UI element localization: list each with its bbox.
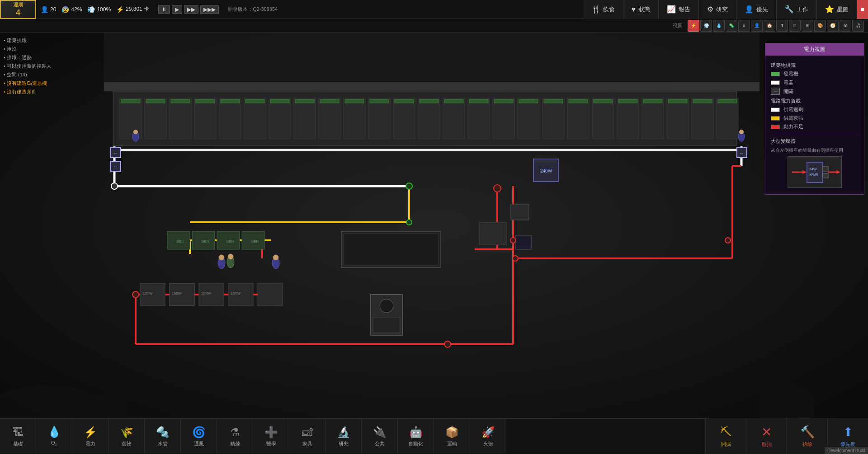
priority-action-icon: ⬆ bbox=[843, 425, 853, 439]
svg-point-99 bbox=[380, 299, 393, 313]
faster-btn[interactable]: ▶▶▶ bbox=[200, 5, 219, 14]
tool-radiation[interactable]: ☢ bbox=[840, 20, 851, 32]
left-panel: 建築損壞 淹沒 損壞：過熱 可以使用新的複製人 空間 (14) 沒有建造O₂還原… bbox=[0, 33, 104, 100]
demolish-icon: 🔨 bbox=[800, 425, 815, 439]
svg-point-125 bbox=[133, 130, 138, 134]
nav-work[interactable]: 🔧 工作 bbox=[776, 0, 816, 19]
svg-point-101 bbox=[494, 185, 501, 192]
svg-point-106 bbox=[725, 238, 731, 243]
btn-medical[interactable]: ➕ 醫學 bbox=[253, 419, 289, 454]
svg-rect-12 bbox=[344, 98, 365, 139]
tool-liquid[interactable]: 💧 bbox=[713, 20, 725, 32]
tool-power-view[interactable]: ⚡ bbox=[688, 20, 699, 32]
stats-bar: 👤 20 😰 42% 💨 100% ⚡ 29,801 卡 bbox=[36, 5, 154, 13]
alert-4[interactable]: 空間 (14) bbox=[4, 70, 100, 79]
svg-rect-24 bbox=[642, 98, 664, 139]
svg-text:1200W: 1200W bbox=[172, 292, 182, 295]
nav-extra[interactable]: ■ bbox=[857, 0, 868, 19]
tool-gas[interactable]: 💨 bbox=[700, 20, 712, 32]
svg-rect-34 bbox=[270, 99, 289, 103]
svg-rect-5 bbox=[170, 98, 191, 139]
svg-rect-33 bbox=[245, 99, 264, 103]
report-icon: 📈 bbox=[667, 5, 676, 14]
nav-food[interactable]: 🍴 飲食 bbox=[583, 0, 623, 19]
svg-rect-49 bbox=[643, 99, 662, 103]
svg-rect-0 bbox=[104, 33, 760, 82]
nav-stars[interactable]: ⭐ 星圖 bbox=[816, 0, 857, 19]
svg-rect-30 bbox=[171, 99, 190, 103]
legend-generator: 發電機 bbox=[771, 70, 859, 77]
dupe-icon: 👤 bbox=[41, 6, 48, 13]
svg-rect-7 bbox=[219, 98, 241, 139]
alert-6[interactable]: 沒有建造茅廁 bbox=[4, 88, 100, 96]
btn-transport[interactable]: 📦 運輸 bbox=[434, 419, 470, 454]
svg-rect-46 bbox=[569, 99, 588, 103]
svg-point-103 bbox=[513, 256, 518, 261]
svg-point-108 bbox=[406, 220, 412, 225]
svg-rect-3 bbox=[120, 98, 142, 139]
svg-rect-37 bbox=[345, 99, 364, 103]
btn-research[interactable]: 🔬 研究 bbox=[326, 419, 362, 454]
svg-rect-14 bbox=[393, 98, 415, 139]
game-canvas[interactable]: GEN GEN GEN GEN 240W 1200W 1200W 1200W 1… bbox=[0, 33, 868, 418]
fast-btn[interactable]: ▶▶ bbox=[184, 5, 198, 14]
circuit-title: 電路電力負載 bbox=[771, 98, 859, 104]
play-btn[interactable]: ▶ bbox=[172, 5, 182, 14]
pause-btn[interactable]: ⏸ bbox=[158, 5, 170, 14]
second-bar: 視圖 ⚡ 💨 💧 🦠 🌡 👤 🏠 ⬆ □ ⊞ 🎨 🧭 ☢ 🏖 bbox=[0, 19, 868, 33]
research-bottom-icon: 🔬 bbox=[337, 426, 350, 439]
transport-icon: 📦 bbox=[445, 426, 459, 439]
svg-rect-51 bbox=[693, 99, 712, 103]
alert-1[interactable]: 淹沒 bbox=[4, 45, 100, 53]
btn-hvac[interactable]: 🌀 通風 bbox=[181, 419, 217, 454]
svg-marker-136 bbox=[836, 170, 840, 174]
o2-bottom-icon: 💧 bbox=[47, 426, 61, 438]
alert-0[interactable]: 建築損壞 bbox=[4, 36, 100, 45]
btn-o2[interactable]: 💧 O2 bbox=[36, 419, 72, 454]
nav-morale[interactable]: ♥ 狀態 bbox=[623, 0, 659, 19]
tool-grid[interactable]: ⊞ bbox=[802, 20, 813, 32]
btn-utilities[interactable]: 🔌 公共 bbox=[362, 419, 398, 454]
calories-stat: ⚡ 29,801 卡 bbox=[116, 5, 149, 13]
btn-cancel[interactable]: ✕ 取消 bbox=[746, 418, 787, 454]
furniture-icon: 🛋 bbox=[302, 426, 313, 439]
stress-stat: 😰 42% bbox=[61, 6, 82, 13]
alert-3[interactable]: 可以使用新的複製人 bbox=[4, 62, 100, 70]
btn-base[interactable]: 🏗 基礎 bbox=[0, 419, 36, 454]
svg-rect-52 bbox=[718, 99, 737, 103]
tool-dupe-overlay[interactable]: 👤 bbox=[751, 20, 763, 32]
version-text: 開發版本：Q2-309354 bbox=[228, 6, 278, 13]
nav-report[interactable]: 📈 報告 bbox=[658, 0, 698, 19]
btn-refine[interactable]: ⚗ 精煉 bbox=[217, 419, 253, 454]
btn-power[interactable]: ⚡ 電力 bbox=[72, 419, 108, 454]
tool-tile-select[interactable]: □ bbox=[789, 20, 801, 32]
week-label: 週期 bbox=[13, 1, 23, 8]
nav-priority[interactable]: 👤 優先 bbox=[736, 0, 776, 19]
btn-furniture[interactable]: 🛋 家具 bbox=[289, 419, 326, 454]
svg-point-122 bbox=[228, 254, 233, 259]
alert-2[interactable]: 損壞：過熱 bbox=[4, 53, 100, 62]
tool-nav[interactable]: 🧭 bbox=[827, 20, 839, 32]
tool-decor[interactable]: 🎨 bbox=[814, 20, 826, 32]
svg-rect-21 bbox=[567, 98, 589, 139]
btn-food[interactable]: 🌾 食物 bbox=[108, 419, 145, 454]
svg-text:GEN: GEN bbox=[251, 239, 259, 243]
btn-dig[interactable]: ⛏ 開掘 bbox=[705, 418, 746, 454]
building-power-title: 建築物供電 bbox=[771, 62, 859, 69]
tool-temp[interactable]: 🌡 bbox=[738, 20, 750, 32]
svg-rect-130 bbox=[807, 162, 823, 183]
btn-auto[interactable]: 🤖 自動化 bbox=[398, 419, 434, 454]
svg-rect-44 bbox=[519, 99, 538, 103]
tool-sandbox[interactable]: 🏖 bbox=[852, 20, 864, 32]
btn-rocket[interactable]: 🚀 火箭 bbox=[470, 419, 506, 454]
alert-5[interactable]: 沒有建造O₂還原機 bbox=[4, 79, 100, 88]
nav-research[interactable]: ⚙ 研究 bbox=[698, 0, 736, 19]
svg-rect-85 bbox=[511, 204, 529, 220]
tool-disease[interactable]: 🦠 bbox=[726, 20, 737, 32]
tool-priority-view[interactable]: ⬆ bbox=[776, 20, 788, 32]
btn-demolish[interactable]: 🔨 拆除 bbox=[787, 418, 827, 454]
btn-plumbing[interactable]: 🔩 水管 bbox=[145, 419, 181, 454]
svg-rect-41 bbox=[444, 99, 463, 103]
tool-room[interactable]: 🏠 bbox=[764, 20, 775, 32]
svg-rect-26 bbox=[692, 98, 713, 139]
